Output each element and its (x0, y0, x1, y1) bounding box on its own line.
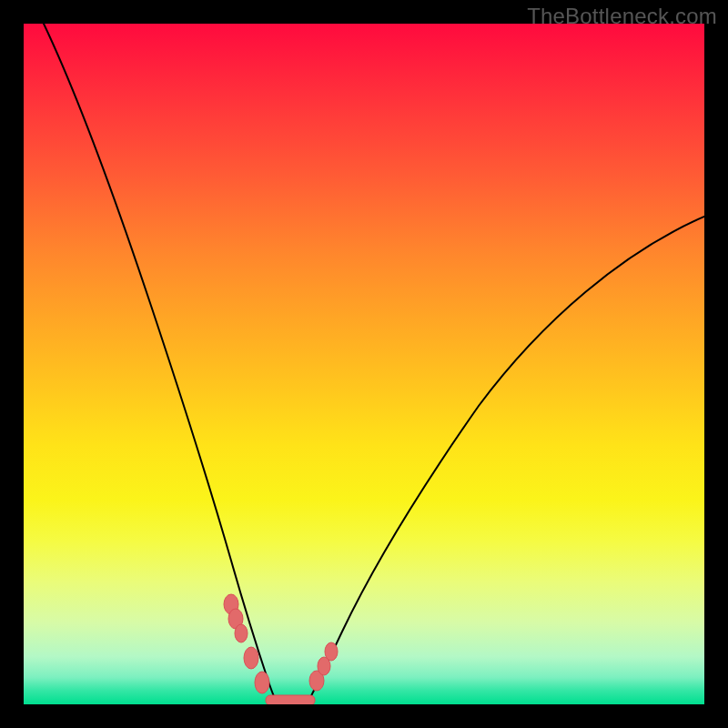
bead-bottom-strip (266, 695, 315, 704)
plot-area (24, 24, 704, 704)
bead-marker (325, 642, 338, 661)
bead-marker (244, 647, 258, 669)
chart-frame: TheBottleneck.com (0, 0, 728, 728)
bead-marker (255, 672, 269, 693)
curve-layer (24, 24, 704, 704)
right-curve (308, 217, 704, 703)
left-curve (44, 24, 277, 703)
bead-marker (235, 624, 248, 642)
